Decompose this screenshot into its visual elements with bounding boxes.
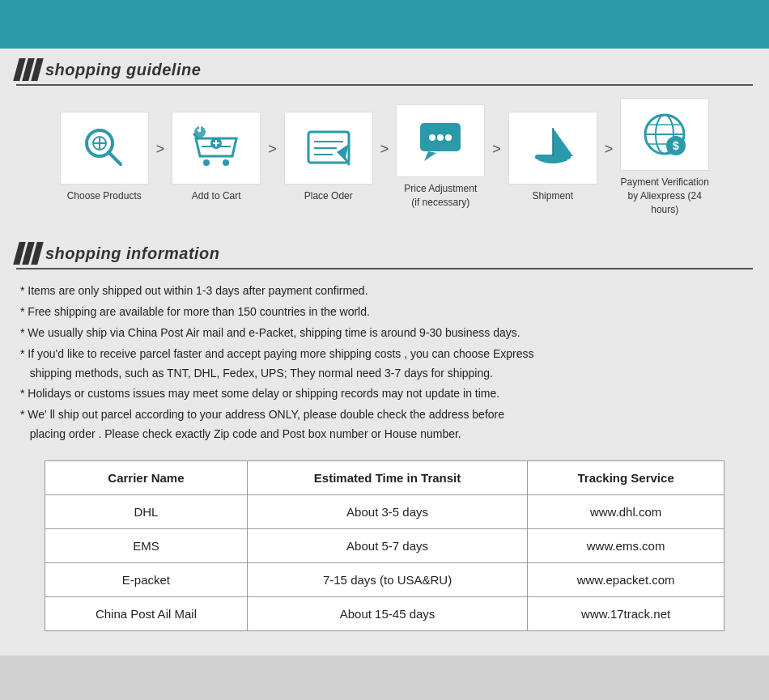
info-item-6: * We' ll ship out parcel according to yo… bbox=[20, 405, 749, 444]
step-choose-products: Choose Products bbox=[56, 112, 153, 203]
top-banner bbox=[0, 0, 769, 49]
arrow-1: > bbox=[156, 141, 165, 174]
step-place-order: Place Oder bbox=[280, 112, 377, 203]
time-ems: About 5-7 days bbox=[247, 528, 527, 562]
svg-marker-20 bbox=[424, 151, 436, 161]
guideline-section-header: shopping guideline bbox=[16, 49, 753, 86]
carrier-dhl: DHL bbox=[45, 494, 248, 528]
column-header-tracking: Tracking Service bbox=[528, 460, 724, 494]
tracking-epacket: www.epacket.com bbox=[528, 562, 724, 596]
info-item-3: * We usually ship via China Post Air mai… bbox=[20, 324, 749, 343]
carrier-chinapost: China Post Ail Mail bbox=[45, 596, 248, 630]
table-row: EMS About 5-7 days www.ems.com bbox=[45, 528, 724, 562]
step-payment-verification: $ Payment Verificationby Aliexpress (24 … bbox=[616, 98, 713, 216]
carrier-ems: EMS bbox=[45, 528, 248, 562]
step-add-to-cart: Add to Cart bbox=[168, 112, 265, 203]
magnifier-icon bbox=[80, 124, 129, 172]
tracking-chinapost: www.17track.net bbox=[528, 596, 724, 630]
time-dhl: About 3-5 days bbox=[247, 494, 527, 528]
step-shipment: Shipment bbox=[504, 112, 601, 203]
table-row: China Post Ail Mail About 15-45 days www… bbox=[45, 596, 724, 630]
guideline-steps: Choose Products > bbox=[16, 98, 753, 216]
info-list: * Items are only shipped out within 1-3 … bbox=[16, 282, 753, 443]
cart-icon bbox=[192, 124, 240, 172]
header-decoration bbox=[16, 58, 40, 81]
svg-point-21 bbox=[429, 134, 435, 141]
svg-line-2 bbox=[108, 152, 121, 164]
guideline-section-title: shopping guideline bbox=[45, 61, 201, 79]
arrow-3: > bbox=[380, 141, 389, 174]
table-row: DHL About 3-5 days www.dhl.com bbox=[45, 494, 724, 528]
payment-verification-icon-box: $ bbox=[620, 98, 709, 171]
svg-point-22 bbox=[437, 134, 444, 141]
step-choose-products-label: Choose Products bbox=[67, 189, 142, 203]
column-header-carrier: Carrier Name bbox=[45, 460, 248, 494]
tracking-dhl: www.dhl.com bbox=[528, 494, 724, 528]
step-price-adjustment: Price Adjustment(if necessary) bbox=[392, 104, 489, 210]
time-epacket: 7-15 days (to USA&RU) bbox=[247, 562, 527, 596]
svg-point-9 bbox=[203, 159, 210, 166]
carrier-epacket: E-packet bbox=[45, 562, 248, 596]
chat-icon bbox=[416, 117, 465, 165]
step-place-order-label: Place Oder bbox=[304, 189, 353, 203]
table-header-row: Carrier Name Estimated Time in Transit T… bbox=[45, 460, 724, 494]
shipment-icon-box bbox=[508, 112, 597, 185]
step-shipment-label: Shipment bbox=[532, 189, 573, 203]
order-icon bbox=[304, 124, 353, 172]
info-item-2: * Free shipping are available for more t… bbox=[20, 303, 749, 322]
information-section-title: shopping information bbox=[45, 244, 220, 263]
choose-products-icon-box bbox=[60, 112, 149, 185]
tracking-ems: www.ems.com bbox=[528, 528, 724, 562]
boat-icon bbox=[529, 124, 577, 172]
place-order-icon-box bbox=[284, 112, 373, 185]
globe-coin-icon: $ bbox=[640, 110, 689, 159]
svg-text:$: $ bbox=[673, 139, 679, 152]
arrow-2: > bbox=[268, 141, 277, 174]
step-add-to-cart-label: Add to Cart bbox=[192, 189, 241, 203]
add-to-cart-icon-box bbox=[172, 112, 261, 185]
info-item-4: * If you'd like to receive parcel faster… bbox=[20, 345, 749, 384]
arrow-5: > bbox=[605, 141, 614, 174]
svg-marker-24 bbox=[553, 128, 573, 156]
column-header-time: Estimated Time in Transit bbox=[247, 460, 527, 494]
step-payment-verification-label: Payment Verificationby Aliexpress (24 ho… bbox=[616, 176, 713, 216]
arrow-4: > bbox=[492, 141, 501, 174]
shipping-table: Carrier Name Estimated Time in Transit T… bbox=[45, 460, 724, 631]
svg-point-10 bbox=[223, 159, 229, 166]
info-header-decoration bbox=[16, 242, 40, 265]
info-item-1: * Items are only shipped out within 1-3 … bbox=[20, 282, 749, 301]
step-price-adjustment-label: Price Adjustment(if necessary) bbox=[404, 182, 477, 210]
info-item-5: * Holidays or customs issues may meet so… bbox=[20, 384, 749, 404]
table-row: E-packet 7-15 days (to USA&RU) www.epack… bbox=[45, 562, 724, 596]
price-adjustment-icon-box bbox=[396, 104, 485, 177]
svg-point-23 bbox=[445, 134, 452, 141]
time-chinapost: About 15-45 days bbox=[247, 596, 527, 630]
information-section-header: shopping information bbox=[16, 232, 753, 269]
